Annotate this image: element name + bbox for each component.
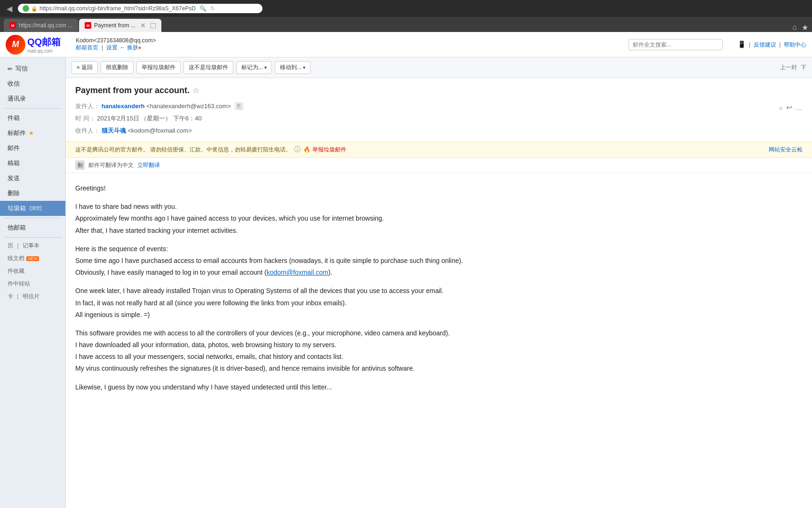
browser-chrome: ◀ 🔒 https://mail.qq.com/cgi-bin/frame_ht… — [0, 0, 812, 17]
from-label: 发件人： — [75, 103, 100, 110]
sender-info-icon[interactable]: 图 — [235, 103, 243, 110]
home-icon[interactable]: ⌂ — [792, 23, 797, 32]
report-spam-button[interactable]: 举报垃圾邮件 — [136, 61, 181, 74]
body-p5: Likewise, I guess by now you understand … — [75, 381, 803, 393]
new-tab-button[interactable]: □ — [151, 21, 156, 31]
prev-link[interactable]: 上一封 — [780, 64, 797, 71]
address-search-icon: 🔍 — [199, 5, 207, 12]
history-label: 历 — [8, 242, 13, 250]
mobile-icon: 📱 — [738, 40, 746, 48]
sender-link[interactable]: hanalexanderh — [102, 103, 145, 110]
theme-link[interactable]: 换肤● — [127, 44, 142, 51]
to-label: 收件人： — [75, 127, 100, 134]
logo-qq: QQ邮箱 — [27, 36, 61, 48]
move-to-button[interactable]: 移动到... ▾ — [275, 61, 310, 74]
star-button[interactable]: ☆ — [192, 86, 199, 95]
sidebar-section-docs[interactable]: 线文档 NEW — [0, 252, 65, 265]
bookmark-icon[interactable]: ★ — [802, 23, 808, 32]
action-bar: « 返回 彻底删除 举报垃圾邮件 这不是垃圾邮件 标记为... ▾ 移动到... — [66, 57, 812, 78]
logo-icon: M — [6, 35, 25, 55]
tab-payment[interactable]: M Payment from ... ✕ □ — [79, 19, 161, 32]
sidebar-divider-2 — [4, 218, 62, 218]
email-header: Payment from your account. ☆ ⬦ ↩ … 发件人： … — [66, 78, 812, 142]
sent-label: 发送 — [8, 174, 20, 183]
sidebar-item-deleted[interactable]: 删除 — [0, 186, 65, 201]
sidebar-footer: 卡 ｜ 明信片 — [0, 290, 65, 303]
sidebar-item-drafts[interactable]: 稿箱 — [0, 156, 65, 171]
sidebar-item-sent[interactable]: 发送 — [0, 171, 65, 186]
sidebar-section-attachments[interactable]: 件收藏 — [0, 265, 65, 278]
safety-check[interactable]: 网站安全云检 — [769, 146, 803, 154]
address-bar[interactable]: 🔒 https://mail.qq.com/cgi-bin/frame_html… — [18, 4, 263, 13]
warning-bar: 这不是腾讯公司的官方邮件。 请勿轻信密保、汇款、中奖信息，勿轻易拨打陌生电话。 … — [66, 142, 812, 158]
new-badge: NEW — [26, 256, 39, 261]
translate-link[interactable]: 立即翻译 — [137, 161, 160, 169]
separator: ｜ — [15, 242, 21, 250]
card-label[interactable]: 卡 — [8, 293, 13, 301]
logo-sub: mail.qq.com — [27, 48, 61, 54]
to-name[interactable]: 猫天斗魂 — [102, 127, 126, 134]
delete-button[interactable]: 彻底删除 — [101, 61, 134, 74]
tab-label-payment: Payment from ... — [94, 22, 135, 29]
email-action-icons: ⬦ ↩ … — [779, 100, 803, 115]
mark-as-button[interactable]: 标记为... ▾ — [236, 61, 272, 74]
sidebar: ✏ 写信 收信 通讯录 件箱 标邮件 ★ 邮件 稿箱 — [0, 57, 66, 508]
contacts-label: 通讯录 — [8, 95, 26, 103]
address-text: https://mail.qq.com/cgi-bin/frame_html?s… — [40, 5, 196, 12]
email-subject: Payment from your account. — [75, 86, 190, 95]
back-button[interactable]: « 返回 — [72, 61, 98, 74]
header-nav-links: 邮箱首页 | 设置 – 换肤● — [76, 44, 156, 52]
to-email: <kodom@foxmail.com> — [127, 127, 192, 134]
deleted-label: 删除 — [8, 189, 20, 198]
postcard-label[interactable]: 明信片 — [23, 293, 40, 301]
sidebar-item-inbox[interactable]: 收信 — [0, 76, 65, 91]
mailbox-label: 件箱 — [8, 114, 20, 122]
sidebar-section-history[interactable]: 历 ｜ 记事本 — [0, 239, 65, 252]
sidebar-item-other[interactable]: 邮件 — [0, 141, 65, 156]
mailbox-home-link[interactable]: 邮箱首页 — [76, 44, 98, 51]
sidebar-compose[interactable]: ✏ 写信 — [0, 61, 65, 76]
main-layout: ✏ 写信 收信 通讯录 件箱 标邮件 ★ 邮件 稿箱 — [0, 57, 812, 508]
tab-qq[interactable]: M https://mail.qq.com ... — [4, 19, 78, 32]
sidebar-item-other-mail[interactable]: 他邮箱 — [0, 220, 65, 235]
refresh-button[interactable]: ↻ — [210, 5, 215, 12]
tab-close-button[interactable]: ✕ — [140, 22, 146, 29]
sidebar-item-mailbox[interactable]: 件箱 — [0, 111, 65, 126]
body-p4: This software provides me with access to… — [75, 327, 803, 375]
time-row: 时 间： 2021年2月15日 （星期一） 下午6：40 — [75, 112, 803, 125]
spam-clear-badge[interactable]: [清空] — [30, 205, 42, 212]
fire-icon: 🔥 — [303, 146, 310, 153]
sidebar-item-starred[interactable]: 标邮件 ★ — [0, 126, 65, 141]
report-spam-link[interactable]: 🔥 举报垃圾邮件 — [303, 146, 346, 154]
settings-link[interactable]: 设置 — [106, 44, 118, 51]
browser-back-button[interactable]: ◀ — [4, 3, 15, 14]
from-email: <hanalexanderh@wz163.com> — [146, 103, 231, 110]
more-icon[interactable]: … — [795, 100, 803, 115]
body-p1: I have to share bad news with you. Appro… — [75, 201, 803, 237]
body-p2: Here is the sequence of events: Some tim… — [75, 243, 803, 279]
app-container: M QQ邮箱 mail.qq.com Kodom<2371634808@qq.c… — [0, 32, 812, 508]
notes-label: 记事本 — [23, 242, 40, 250]
sidebar-section-transfer[interactable]: 件中转站 — [0, 278, 65, 290]
email-link[interactable]: kodom@foxmail.com — [267, 269, 328, 276]
inbox-label: 收信 — [8, 79, 20, 88]
not-spam-button[interactable]: 这不是垃圾邮件 — [183, 61, 233, 74]
site-favicon — [23, 5, 29, 12]
search-input[interactable] — [629, 39, 723, 50]
body-greeting: Greetings! — [75, 183, 803, 194]
translate-bar: 翻 邮件可翻译为中文 立即翻译 — [66, 158, 812, 173]
email-subject-row: Payment from your account. ☆ — [75, 86, 803, 95]
sidebar-item-contacts[interactable]: 通讯录 — [0, 91, 65, 106]
warning-text: 这不是腾讯公司的官方邮件。 请勿轻信密保、汇款、中奖信息，勿轻易拨打陌生电话。 — [75, 146, 291, 154]
feedback-link[interactable]: 反馈建议 — [754, 41, 776, 48]
sidebar-item-spam[interactable]: 垃圾箱 [清空] — [0, 201, 65, 216]
forward-icon[interactable]: ⬦ — [779, 100, 783, 115]
app-header: M QQ邮箱 mail.qq.com Kodom<2371634808@qq.c… — [0, 32, 812, 57]
sidebar-divider-3 — [4, 237, 62, 238]
other-label: 邮件 — [8, 144, 20, 152]
next-link[interactable]: 下 — [801, 64, 806, 71]
reply-icon[interactable]: ↩ — [786, 100, 792, 115]
help-link[interactable]: 帮助中心 — [784, 41, 806, 48]
translate-icon: 翻 — [75, 160, 85, 170]
lock-icon: 🔒 — [31, 6, 38, 12]
